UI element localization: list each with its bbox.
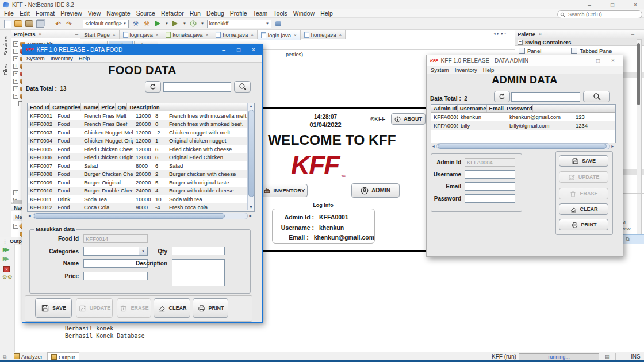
print-button[interactable]: PRINT	[559, 219, 608, 230]
table-row[interactable]: KFF0011 Drink Soda Tea 10000 10 Soda wit…	[28, 195, 254, 203]
price-field[interactable]	[83, 272, 148, 280]
project-tree-node[interactable]: +	[13, 190, 18, 196]
menu-item[interactable]: System	[24, 55, 48, 61]
qty-field[interactable]	[172, 247, 225, 255]
debug-project-icon[interactable]	[171, 20, 179, 28]
undo-icon[interactable]: ↶	[54, 20, 62, 28]
scroll-left-icon[interactable]: ◄	[28, 213, 32, 219]
editor-tab[interactable]: home.java ×	[301, 30, 346, 39]
food-search-input[interactable]	[163, 82, 231, 92]
table-row[interactable]: KFF0008 Food Burger Chicken Cheese 20000…	[28, 170, 254, 179]
clean-build-icon[interactable]: ⚒	[143, 20, 151, 28]
column-header[interactable]: Name	[81, 103, 99, 111]
scrollbar-thumb[interactable]	[637, 43, 640, 105]
admin-h-scrollbar[interactable]	[436, 143, 610, 149]
food-window-titlebar[interactable]: KFF KFF 1.0 RELEASE - DATA FOOD – □ ×	[22, 44, 262, 55]
menu-item[interactable]: Source	[133, 10, 158, 17]
palette-panel-header[interactable]: Palette × –	[515, 30, 644, 38]
scroll-left-icon[interactable]: ◄	[431, 144, 435, 149]
table-row[interactable]: KFFA0003 billy billy@gmail.com 1234	[431, 121, 615, 130]
ide-search-input[interactable]	[567, 11, 627, 18]
admin-search-input[interactable]	[511, 92, 580, 102]
menu-item[interactable]: Refactor	[158, 10, 187, 17]
editor-tab[interactable]: home.java ×	[212, 30, 258, 39]
table-row[interactable]: KFF0006 Food Fried Chicken Original 1200…	[28, 153, 254, 162]
profile-project-icon[interactable]	[189, 20, 197, 28]
rerun-icon[interactable]: ▶▶	[3, 247, 7, 252]
refresh-button[interactable]	[494, 91, 510, 102]
menu-item[interactable]: Help	[317, 10, 336, 17]
description-textarea[interactable]	[172, 259, 225, 286]
redo-icon[interactable]: ↷	[65, 20, 73, 28]
window-maximize-button[interactable]: □	[591, 57, 605, 64]
projects-panel-header[interactable]: Projects × –	[12, 30, 80, 38]
editor-tab[interactable]: login.java ×	[120, 30, 163, 39]
run-config-combobox[interactable]: konekkff▼	[207, 20, 271, 28]
table-row[interactable]: KFFA0001 khenkun khenkun@gmail.com 123	[431, 113, 615, 121]
settings-gears-icon[interactable]: ⚙⚙	[2, 274, 13, 280]
inventory-button[interactable]: INVENTORY	[260, 184, 308, 197]
menu-item[interactable]: Inventory	[48, 55, 76, 61]
save-all-icon[interactable]	[36, 20, 44, 28]
scrollbar-thumb[interactable]	[248, 110, 254, 197]
window-close-button[interactable]: ×	[605, 57, 620, 64]
password-field[interactable]	[465, 194, 515, 203]
table-row[interactable]: KFF0007 Food Salad 8000 6 Salad	[28, 161, 254, 170]
print-button[interactable]: PRINT	[193, 298, 228, 318]
window-minimize-button[interactable]: –	[576, 57, 591, 64]
erase-button[interactable]: ERASE	[117, 298, 151, 318]
scrollbar-thumb[interactable]	[34, 213, 225, 219]
menu-item[interactable]: Edit	[17, 10, 33, 17]
erase-button[interactable]: ERASE	[559, 188, 608, 199]
bottom-panel-tab[interactable]: Analyzer	[10, 352, 46, 360]
menu-item[interactable]: Inventory	[452, 67, 480, 73]
window-close-button[interactable]: ×	[246, 47, 261, 53]
window-minimize-button[interactable]: –	[581, 0, 598, 9]
close-icon[interactable]: ×	[206, 32, 209, 37]
table-row[interactable]: KFF0012 Food Coca Cola 9000 -4 Fresh coc…	[28, 203, 254, 212]
palette-item[interactable]: Tabbed Pane	[571, 48, 612, 54]
build-hammer-icon[interactable]: ⚒	[132, 20, 140, 28]
close-icon[interactable]: ×	[113, 32, 116, 37]
update-button[interactable]: UPDATE	[76, 298, 113, 318]
dock-icon[interactable]: ⧉	[3, 354, 6, 360]
editor-tab[interactable]: Start Page ×	[80, 30, 120, 39]
tab-scroll-controls[interactable]: ◂▸▾▫	[493, 32, 508, 36]
menu-item[interactable]: View	[85, 10, 104, 17]
save-button[interactable]: SAVE	[559, 155, 608, 167]
window-maximize-button[interactable]: □	[231, 47, 246, 53]
column-header[interactable]: Description	[127, 103, 160, 111]
column-header[interactable]: Price	[99, 103, 115, 111]
menu-item[interactable]: Format	[33, 10, 57, 17]
bottom-panel-tab[interactable]: Output	[47, 352, 79, 361]
minimize-panel-icon[interactable]: –	[75, 31, 78, 37]
open-project-icon[interactable]	[25, 20, 33, 28]
username-field[interactable]	[465, 170, 515, 179]
email-field[interactable]	[465, 182, 515, 191]
stop-icon[interactable]: ✕	[3, 266, 10, 272]
admin-window-titlebar[interactable]: KFF KFF 1.0 RELEASE - DATA ADMIN – □ ×	[427, 55, 623, 66]
menu-item[interactable]: File	[1, 10, 17, 17]
table-row[interactable]: KFF0005 Food Fried Chicken Cheese 12000 …	[28, 145, 254, 153]
menu-item[interactable]: Tools	[270, 10, 290, 17]
column-header[interactable]: Food Id	[28, 103, 50, 111]
editor-tab[interactable]: login.java ×	[258, 30, 301, 40]
menu-item[interactable]: Preview	[57, 10, 85, 17]
search-button[interactable]	[583, 91, 610, 102]
about-button[interactable]: ABOUT	[391, 113, 425, 125]
column-header[interactable]: Categories	[50, 103, 81, 111]
menu-item[interactable]: Help	[480, 67, 497, 73]
run-project-icon[interactable]	[154, 20, 162, 28]
clear-button[interactable]: CLEAR	[154, 298, 190, 318]
palette-category-row[interactable]: − Swing Containers	[515, 38, 644, 46]
float-window-icon[interactable]: ⧉	[626, 236, 629, 242]
table-row[interactable]: KFF0010 Food Burger Double Cheese 24000 …	[28, 187, 254, 195]
menu-item[interactable]: Window	[290, 10, 317, 17]
scroll-up-icon[interactable]: ▲	[249, 103, 253, 109]
config-combobox[interactable]: <default config>▼	[83, 20, 129, 28]
refresh-button[interactable]	[145, 81, 161, 93]
table-row[interactable]: KFF0004 Food Chicken Nugget Original 120…	[28, 137, 254, 145]
column-header[interactable]: Email	[487, 105, 504, 112]
column-header[interactable]: Admin Id	[431, 105, 458, 112]
admin-button[interactable]: ADMIN	[351, 183, 400, 198]
